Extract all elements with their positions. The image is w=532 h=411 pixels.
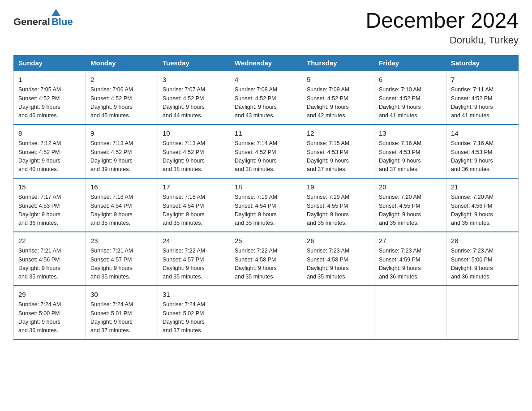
day-number: 15 [18,182,81,193]
day-number: 14 [451,128,514,139]
calendar-cell: 22 Sunrise: 7:21 AM Sunset: 4:56 PM Dayl… [14,232,86,286]
week-row-3: 15 Sunrise: 7:17 AM Sunset: 4:53 PM Dayl… [14,178,519,232]
calendar-cell: 9 Sunrise: 7:13 AM Sunset: 4:52 PM Dayli… [86,124,158,178]
calendar-cell: 3 Sunrise: 7:07 AM Sunset: 4:52 PM Dayli… [158,71,230,124]
calendar-cell: 31 Sunrise: 7:24 AM Sunset: 5:02 PM Dayl… [158,286,230,339]
day-info: Sunrise: 7:16 AM Sunset: 4:53 PM Dayligh… [379,139,442,174]
day-number: 13 [379,128,442,139]
day-number: 20 [379,182,442,193]
calendar-cell [374,286,446,339]
day-info: Sunrise: 7:23 AM Sunset: 4:58 PM Dayligh… [307,247,369,282]
calendar-cell [230,286,302,339]
day-info: Sunrise: 7:18 AM Sunset: 4:54 PM Dayligh… [90,193,153,228]
day-info: Sunrise: 7:16 AM Sunset: 4:53 PM Dayligh… [451,139,514,174]
calendar-cell: 14 Sunrise: 7:16 AM Sunset: 4:53 PM Dayl… [446,124,519,178]
day-info: Sunrise: 7:15 AM Sunset: 4:53 PM Dayligh… [307,139,369,174]
day-number: 3 [163,75,225,85]
calendar-cell: 21 Sunrise: 7:20 AM Sunset: 4:56 PM Dayl… [446,178,519,232]
day-number: 31 [163,290,225,300]
day-number: 18 [235,182,297,193]
day-number: 9 [90,128,153,139]
day-info: Sunrise: 7:07 AM Sunset: 4:52 PM Dayligh… [163,86,225,120]
week-row-1: 1 Sunrise: 7:05 AM Sunset: 4:52 PM Dayli… [14,71,519,124]
day-info: Sunrise: 7:05 AM Sunset: 4:52 PM Dayligh… [18,86,81,120]
calendar-cell: 5 Sunrise: 7:09 AM Sunset: 4:52 PM Dayli… [302,71,374,124]
day-info: Sunrise: 7:20 AM Sunset: 4:55 PM Dayligh… [379,193,442,228]
calendar-cell [446,286,519,339]
day-info: Sunrise: 7:17 AM Sunset: 4:53 PM Dayligh… [18,193,81,228]
week-row-2: 8 Sunrise: 7:12 AM Sunset: 4:52 PM Dayli… [14,124,519,178]
day-number: 19 [307,182,369,193]
day-number: 29 [18,290,81,300]
day-info: Sunrise: 7:23 AM Sunset: 5:00 PM Dayligh… [451,247,514,282]
day-number: 24 [163,236,225,246]
day-number: 11 [235,128,297,139]
calendar-cell: 20 Sunrise: 7:20 AM Sunset: 4:55 PM Dayl… [374,178,446,232]
calendar-cell: 16 Sunrise: 7:18 AM Sunset: 4:54 PM Dayl… [86,178,158,232]
day-number: 16 [90,182,153,193]
day-number: 10 [163,128,225,139]
calendar-cell: 18 Sunrise: 7:19 AM Sunset: 4:54 PM Dayl… [230,178,302,232]
location-subtitle: Doruklu, Turkey [365,34,519,46]
day-info: Sunrise: 7:18 AM Sunset: 4:54 PM Dayligh… [163,193,225,228]
day-number: 21 [451,182,514,193]
calendar-cell: 2 Sunrise: 7:06 AM Sunset: 4:52 PM Dayli… [86,71,158,124]
day-number: 7 [451,75,514,85]
day-info: Sunrise: 7:23 AM Sunset: 4:59 PM Dayligh… [379,247,442,282]
title-area: December 2024 Doruklu, Turkey [365,9,519,46]
calendar-header-row: SundayMondayTuesdayWednesdayThursdayFrid… [14,55,519,71]
col-header-monday: Monday [86,55,158,71]
calendar-cell: 23 Sunrise: 7:21 AM Sunset: 4:57 PM Dayl… [86,232,158,286]
day-info: Sunrise: 7:24 AM Sunset: 5:01 PM Dayligh… [90,300,153,335]
day-number: 6 [379,75,442,85]
logo-wordmark: General Blue [13,9,73,28]
day-info: Sunrise: 7:13 AM Sunset: 4:52 PM Dayligh… [163,139,225,174]
col-header-sunday: Sunday [14,55,86,71]
calendar-cell: 24 Sunrise: 7:22 AM Sunset: 4:57 PM Dayl… [158,232,230,286]
day-info: Sunrise: 7:24 AM Sunset: 5:00 PM Dayligh… [18,300,81,335]
calendar-cell: 8 Sunrise: 7:12 AM Sunset: 4:52 PM Dayli… [14,124,86,178]
day-number: 27 [379,236,442,246]
week-row-4: 22 Sunrise: 7:21 AM Sunset: 4:56 PM Dayl… [14,232,519,286]
calendar-cell: 7 Sunrise: 7:11 AM Sunset: 4:52 PM Dayli… [446,71,519,124]
calendar-cell: 25 Sunrise: 7:22 AM Sunset: 4:58 PM Dayl… [230,232,302,286]
col-header-wednesday: Wednesday [230,55,302,71]
day-info: Sunrise: 7:12 AM Sunset: 4:52 PM Dayligh… [18,139,81,174]
logo: General Blue [13,9,73,28]
day-info: Sunrise: 7:06 AM Sunset: 4:52 PM Dayligh… [90,86,153,120]
calendar-cell: 30 Sunrise: 7:24 AM Sunset: 5:01 PM Dayl… [86,286,158,339]
col-header-friday: Friday [374,55,446,71]
calendar-cell: 11 Sunrise: 7:14 AM Sunset: 4:52 PM Dayl… [230,124,302,178]
logo-blue-text: Blue [51,16,73,28]
day-info: Sunrise: 7:19 AM Sunset: 4:55 PM Dayligh… [307,193,369,228]
week-row-5: 29 Sunrise: 7:24 AM Sunset: 5:00 PM Dayl… [14,286,519,339]
calendar-table: SundayMondayTuesdayWednesdayThursdayFrid… [13,55,519,340]
calendar-cell: 6 Sunrise: 7:10 AM Sunset: 4:52 PM Dayli… [374,71,446,124]
col-header-thursday: Thursday [302,55,374,71]
calendar-cell: 1 Sunrise: 7:05 AM Sunset: 4:52 PM Dayli… [14,71,86,124]
day-number: 17 [163,182,225,193]
calendar-cell: 27 Sunrise: 7:23 AM Sunset: 4:59 PM Dayl… [374,232,446,286]
calendar-cell: 19 Sunrise: 7:19 AM Sunset: 4:55 PM Dayl… [302,178,374,232]
day-info: Sunrise: 7:09 AM Sunset: 4:52 PM Dayligh… [307,86,369,120]
col-header-saturday: Saturday [446,55,519,71]
day-info: Sunrise: 7:13 AM Sunset: 4:52 PM Dayligh… [90,139,153,174]
day-number: 5 [307,75,369,85]
calendar-cell [302,286,374,339]
calendar-cell: 26 Sunrise: 7:23 AM Sunset: 4:58 PM Dayl… [302,232,374,286]
col-header-tuesday: Tuesday [158,55,230,71]
calendar-cell: 10 Sunrise: 7:13 AM Sunset: 4:52 PM Dayl… [158,124,230,178]
logo-general-text: General [13,16,50,28]
day-info: Sunrise: 7:22 AM Sunset: 4:58 PM Dayligh… [235,247,297,282]
calendar-cell: 28 Sunrise: 7:23 AM Sunset: 5:00 PM Dayl… [446,232,519,286]
day-info: Sunrise: 7:10 AM Sunset: 4:52 PM Dayligh… [379,86,442,120]
day-info: Sunrise: 7:19 AM Sunset: 4:54 PM Dayligh… [235,193,297,228]
day-info: Sunrise: 7:11 AM Sunset: 4:52 PM Dayligh… [451,86,514,120]
day-info: Sunrise: 7:21 AM Sunset: 4:56 PM Dayligh… [18,247,81,282]
page-header: General Blue December 2024 Doruklu, Turk… [13,9,519,46]
day-number: 4 [235,75,297,85]
day-number: 26 [307,236,369,246]
calendar-cell: 17 Sunrise: 7:18 AM Sunset: 4:54 PM Dayl… [158,178,230,232]
day-number: 22 [18,236,81,246]
calendar-cell: 29 Sunrise: 7:24 AM Sunset: 5:00 PM Dayl… [14,286,86,339]
